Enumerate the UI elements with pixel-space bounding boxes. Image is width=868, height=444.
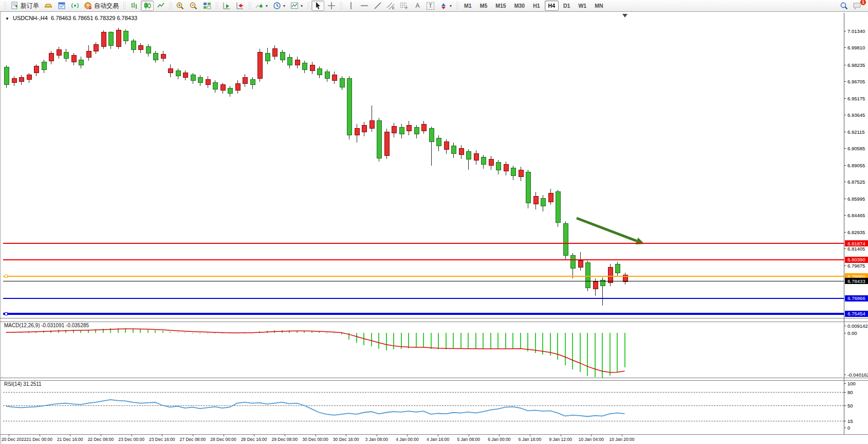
tile-windows-button[interactable] — [200, 1, 213, 11]
crosshair-tool-button[interactable] — [325, 1, 338, 11]
periods-button[interactable]: ▾ — [270, 1, 287, 11]
macd-bar — [617, 333, 618, 372]
timeframe-M15[interactable]: M15 — [492, 1, 509, 11]
market-watch-button[interactable] — [42, 1, 54, 11]
chart-shift-button[interactable] — [233, 1, 246, 11]
collapse-triangle-icon: ▼ — [5, 16, 9, 21]
candle-body-down — [123, 31, 128, 41]
horizontal-line-icon — [360, 2, 368, 10]
text-tool-button[interactable]: A — [411, 1, 424, 11]
toolbar-grip[interactable] — [169, 2, 172, 10]
candle-body-up — [138, 45, 143, 49]
timeframe-W1[interactable]: W1 — [575, 1, 590, 11]
macd-bar — [65, 330, 66, 333]
search-icon[interactable] — [840, 2, 848, 10]
toolbar-grip[interactable] — [248, 2, 251, 10]
timeframe-H4[interactable]: H4 — [545, 1, 559, 11]
candlestick-mode-button[interactable] — [141, 1, 154, 11]
new-order-label: 新订单 — [21, 2, 39, 10]
navigator-button[interactable] — [55, 1, 68, 11]
macd-bar — [610, 333, 611, 376]
bar-chart-mode-button[interactable] — [127, 1, 140, 11]
macd-bar — [356, 333, 357, 343]
candle-body-down — [325, 72, 329, 78]
candle-body-down — [414, 128, 419, 134]
macd-signal-line — [6, 329, 625, 372]
cursor-tool-button[interactable] — [311, 1, 324, 11]
vertical-line-icon — [346, 2, 355, 10]
level-line-6.76866[interactable] — [3, 298, 844, 299]
macd-bar — [460, 333, 461, 348]
timeframe-D1[interactable]: D1 — [560, 1, 574, 11]
templates-button[interactable]: ▾ — [288, 1, 305, 11]
toolbar-grip[interactable] — [307, 2, 309, 10]
timeframe-M30[interactable]: M30 — [511, 1, 528, 11]
toolbar-grip[interactable] — [340, 2, 342, 10]
level-handle[interactable] — [5, 312, 8, 315]
candle-body-down — [399, 128, 404, 134]
fibonacci-tool-button[interactable]: F — [398, 1, 411, 11]
level-line-6.81874[interactable] — [3, 243, 844, 244]
timeframe-M1[interactable]: M1 — [460, 1, 475, 11]
zoom-in-button[interactable] — [174, 1, 187, 11]
macd-bar — [557, 333, 558, 360]
rsi-indicator-label: RSI(14) 31.2511 — [4, 381, 42, 387]
toolbar-grip[interactable] — [215, 2, 218, 10]
candle-body-up — [384, 132, 389, 156]
candle-body-up — [183, 73, 188, 77]
new-order-button[interactable]: 新订单 — [8, 1, 41, 11]
text-icon: A — [413, 2, 422, 10]
price-badge-6.80390: 6.80390 — [845, 257, 868, 263]
candle-body-down — [265, 53, 270, 61]
vertical-line-tool-button[interactable] — [344, 1, 357, 11]
chat-icon[interactable]: 1 — [852, 2, 863, 10]
main-toolbar: 新订单 自动交易 — [0, 0, 868, 12]
macd-bar — [527, 333, 528, 351]
fibo-letter: F — [405, 6, 408, 10]
candle-body-up — [101, 32, 106, 47]
candle-body-up — [168, 68, 173, 73]
chart-shift-marker-icon[interactable] — [622, 14, 627, 17]
toolbar-grip[interactable] — [123, 2, 125, 10]
auto-trading-button[interactable]: 自动交易 — [82, 1, 121, 11]
trend-arrow-annotation[interactable] — [577, 218, 644, 244]
macd-bar — [468, 333, 469, 349]
candle-body-up — [94, 44, 98, 51]
macd-bar — [483, 333, 484, 349]
pane-splitter-macd-rsi[interactable] — [0, 378, 868, 378]
data-window-button[interactable] — [68, 1, 81, 11]
zoom-out-button[interactable] — [187, 1, 200, 11]
horizontal-line-tool-button[interactable] — [358, 1, 371, 11]
candle-body-up — [161, 54, 165, 58]
level-line-6.78433[interactable] — [3, 281, 844, 281]
macd-bar — [58, 330, 59, 333]
candle-body-down — [466, 151, 471, 159]
level-line-6.80390[interactable] — [3, 259, 844, 260]
timeframe-H1[interactable]: H1 — [529, 1, 543, 11]
timeframe-MN[interactable]: MN — [591, 1, 606, 11]
toolbar-grip[interactable] — [4, 2, 6, 10]
toolbar-grip[interactable] — [456, 2, 458, 10]
level-line-6.75454[interactable] — [3, 313, 844, 315]
candle-body-up — [27, 75, 31, 79]
timeframe-M5[interactable]: M5 — [476, 1, 491, 11]
candle-body-up — [310, 65, 315, 71]
trendline-tool-button[interactable] — [371, 1, 384, 11]
text-label-tool-button[interactable]: T — [424, 1, 436, 11]
chevron-down-icon: ▾ — [283, 4, 285, 8]
crosshair-icon — [327, 2, 336, 10]
candle-body-up — [474, 154, 478, 161]
line-chart-mode-button[interactable] — [154, 1, 167, 11]
candle-body-up — [459, 148, 464, 155]
macd-bar — [378, 333, 379, 349]
channel-tool-button[interactable]: E — [384, 1, 397, 11]
level-handle[interactable] — [5, 275, 8, 278]
macd-bar — [565, 333, 566, 365]
auto-scroll-button[interactable] — [220, 1, 233, 11]
level-line-6.78860[interactable] — [3, 276, 844, 277]
indicators-button[interactable]: ▾ — [253, 1, 270, 11]
arrows-tool-button[interactable]: ▾ — [437, 1, 454, 11]
macd-bar — [520, 333, 521, 348]
mt4-application-window: 新订单 自动交易 — [0, 0, 868, 444]
pane-splitter-main-macd[interactable] — [0, 318, 868, 318]
